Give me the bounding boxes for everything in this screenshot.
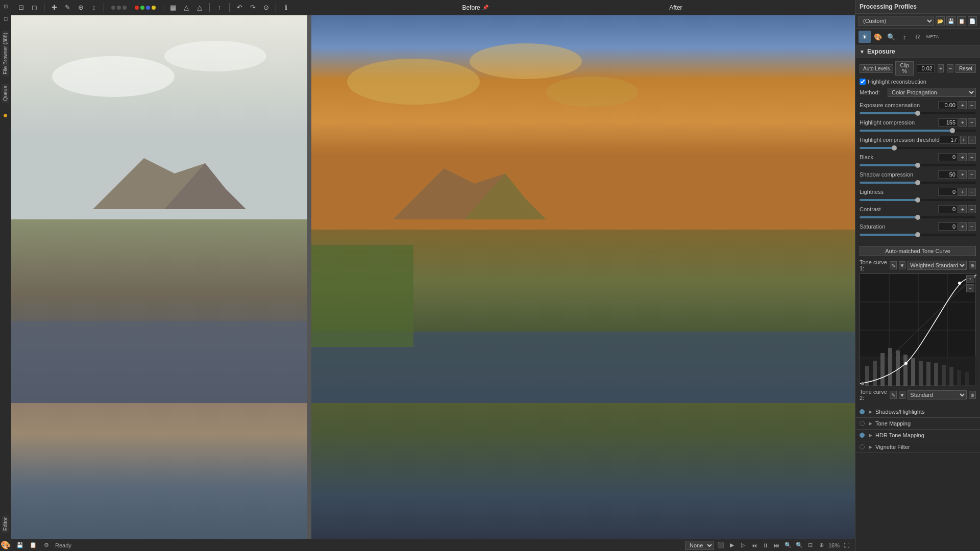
clip-btn[interactable]: Clip % (895, 61, 914, 76)
tone-mapping-radio[interactable] (860, 421, 865, 426)
colorwheel-icon[interactable]: 🎨 (1, 540, 11, 550)
reset-btn[interactable]: Reset (955, 64, 976, 73)
sat-plus[interactable]: + (959, 222, 967, 231)
profile-save[interactable]: 💾 (946, 16, 955, 26)
clip-plus[interactable]: + (938, 64, 944, 72)
shadow-comp-value[interactable] (938, 170, 958, 179)
tool-queue[interactable]: ◻ (29, 2, 40, 13)
lt-minus[interactable]: − (968, 188, 976, 196)
black-thumb[interactable] (915, 163, 920, 168)
ht-plus[interactable]: + (960, 136, 968, 144)
profile-load[interactable]: 📂 (936, 16, 945, 26)
hdr-mapping-header[interactable]: ▶ HDR Tone Mapping (855, 430, 980, 441)
nav-forward[interactable]: ⏭ (772, 541, 781, 550)
curve1-type-btn[interactable]: ▼ (899, 261, 906, 269)
exp-plus[interactable]: + (959, 101, 967, 109)
zoom-fit[interactable]: ⊡ (806, 541, 815, 550)
profile-paste[interactable]: 📄 (968, 16, 977, 26)
zoom-100[interactable]: ⊕ (817, 541, 826, 550)
tone-mapping-header[interactable]: ▶ Tone Mapping (855, 418, 980, 429)
clip-minus[interactable]: − (947, 64, 953, 72)
shadow-comp-thumb[interactable] (915, 180, 920, 185)
tone-curve-graph[interactable]: + − (860, 273, 976, 386)
curve2-type-btn[interactable]: ▼ (899, 391, 906, 399)
fullscreen[interactable]: ⛶ (842, 541, 851, 550)
nav-icon1[interactable]: ⬛ (716, 541, 725, 550)
vignette-header[interactable]: ▶ Vignette Filter (855, 441, 980, 453)
hdr-mapping-radio[interactable] (860, 433, 865, 438)
nav-icon2[interactable]: ▶ (727, 541, 737, 550)
curve1-edit[interactable]: ✎ (890, 261, 897, 269)
curve1-expand[interactable]: ⊕ (969, 261, 976, 269)
curve2-edit[interactable]: ✎ (890, 391, 897, 399)
tab-detail[interactable]: 🔍 (885, 31, 897, 43)
exposure-comp-thumb[interactable] (915, 111, 920, 116)
tool-transform[interactable]: ↕ (88, 2, 100, 13)
tab-meta[interactable]: META (925, 31, 940, 43)
tab-raw[interactable]: R (912, 31, 924, 43)
profile-select[interactable]: (Custom) (859, 16, 934, 26)
curve-zoom-in[interactable]: + (966, 275, 974, 283)
tool-export[interactable]: ↑ (214, 2, 225, 13)
tab-exposure[interactable]: ☀ (859, 31, 871, 43)
tool-redo[interactable]: ↷ (247, 2, 258, 13)
exposure-header[interactable]: ▼ Exposure (855, 45, 980, 58)
tool-browse[interactable]: ⊡ (15, 2, 27, 13)
queue-tab[interactable]: Queue (2, 84, 9, 103)
settings-icon[interactable]: ⚙ (42, 541, 51, 550)
tool-vectorscope[interactable]: △ (194, 2, 205, 13)
tab-color[interactable]: 🎨 (872, 31, 884, 43)
sat-minus[interactable]: − (968, 222, 976, 231)
tool-info[interactable]: ℹ (280, 2, 291, 13)
contrast-thumb[interactable] (915, 215, 920, 220)
tool-histogram[interactable]: ▦ (167, 2, 179, 13)
highlight-threshold-thumb[interactable] (892, 145, 897, 151)
nav-pause[interactable]: ⏸ (761, 541, 770, 550)
black-value[interactable] (938, 153, 958, 161)
exp-minus[interactable]: − (968, 101, 976, 109)
lt-plus[interactable]: + (959, 188, 967, 196)
file-browser-tab[interactable]: File Browser (388) (2, 31, 9, 77)
sc-minus[interactable]: − (968, 170, 976, 179)
sidebar-icon-1[interactable]: ⊡ (1, 1, 11, 11)
tool-undo[interactable]: ↶ (234, 2, 245, 13)
auto-matched-btn[interactable]: Auto-matched Tone Curve (860, 246, 976, 256)
highlight-reconstruction-cb[interactable] (860, 79, 866, 85)
bl-minus[interactable]: − (968, 153, 976, 161)
hc-plus[interactable]: + (959, 118, 967, 127)
nav-rewind[interactable]: ⏮ (750, 541, 759, 550)
highlight-comp-value[interactable] (938, 118, 958, 127)
highlight-comp-thumb[interactable] (950, 128, 955, 133)
tab-transform[interactable]: ↕ (898, 31, 911, 43)
save-icon[interactable]: 💾 (15, 541, 24, 550)
lightness-thumb[interactable] (915, 197, 920, 203)
nav-icon3[interactable]: ▷ (739, 541, 748, 550)
zoom-in[interactable]: 🔍 (795, 541, 804, 550)
image-divider[interactable] (307, 15, 311, 539)
editor-tab[interactable]: Editor (2, 515, 9, 533)
sc-plus[interactable]: + (959, 170, 967, 179)
lightness-value[interactable] (938, 188, 958, 196)
method-select[interactable]: Color Propagation (888, 88, 976, 97)
color-icon[interactable]: ● (1, 110, 11, 120)
zoom-out[interactable]: 🔍 (783, 541, 793, 550)
contrast-value[interactable] (938, 205, 958, 213)
saturation-thumb[interactable] (915, 232, 920, 237)
hc-minus[interactable]: − (968, 118, 976, 127)
curve-zoom-out[interactable]: − (966, 284, 974, 292)
ct-plus[interactable]: + (959, 205, 967, 213)
profile-copy[interactable]: 📋 (957, 16, 966, 26)
tool-waveform[interactable]: △ (181, 2, 192, 13)
noise-select[interactable]: None (685, 541, 714, 550)
bl-plus[interactable]: + (959, 153, 967, 161)
shadows-highlights-header[interactable]: ▶ Shadows/Highlights (855, 406, 980, 417)
curve2-select[interactable]: Standard Weighted Standard Parametric (908, 390, 967, 399)
vignette-radio[interactable] (860, 444, 865, 449)
curve1-select[interactable]: Weighted Standard Standard Parametric (908, 261, 967, 270)
ct-minus[interactable]: − (968, 205, 976, 213)
tool-history[interactable]: ⊙ (260, 2, 272, 13)
exposure-comp-value[interactable] (938, 101, 958, 109)
ht-minus[interactable]: − (968, 136, 976, 144)
before-pin[interactable]: 📌 (482, 5, 488, 10)
copy-icon[interactable]: 📋 (29, 541, 38, 550)
